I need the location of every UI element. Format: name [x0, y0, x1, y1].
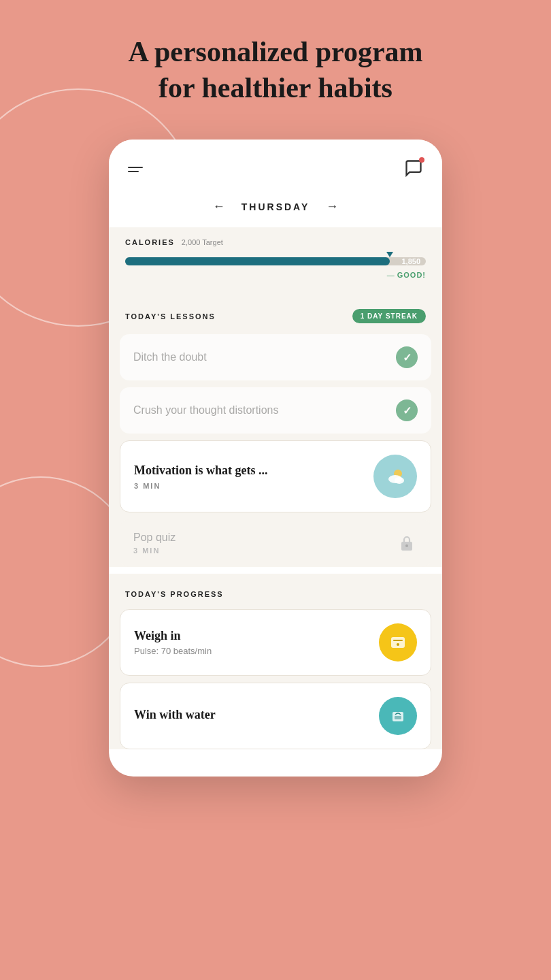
- lesson-1-check-icon: [396, 346, 418, 368]
- lock-icon: [396, 532, 418, 554]
- app-header: [109, 140, 442, 191]
- calories-good-label: GOOD!: [397, 271, 426, 279]
- menu-button[interactable]: [128, 167, 143, 172]
- svg-rect-6: [393, 640, 403, 641]
- progress-title: TODAY'S PROGRESS: [125, 590, 224, 598]
- lesson-3-icon: [373, 455, 417, 498]
- lesson-3-text-wrap: Motivation is what gets ... 3 MIN: [134, 463, 268, 490]
- svg-point-4: [405, 544, 408, 547]
- lessons-title: TODAY'S LESSONS: [125, 312, 216, 321]
- chat-button[interactable]: [404, 159, 423, 180]
- page-title-line2: for healthier habits: [158, 72, 393, 103]
- progress-2-title: Win with water: [134, 708, 216, 722]
- lesson-4-title: Pop quiz: [133, 532, 176, 544]
- progress-section: TODAY'S PROGRESS Weigh in Pulse: 70 beat…: [109, 574, 442, 749]
- lessons-section: TODAY'S LESSONS 1 DAY STREAK Ditch the d…: [109, 293, 442, 567]
- notification-dot: [419, 157, 424, 163]
- calories-status: — GOOD!: [125, 271, 426, 279]
- calories-section: CALORIES 2,000 Target 1,850 — GOOD!: [109, 227, 442, 293]
- calories-label: CALORIES: [125, 238, 175, 246]
- weigh-in-icon: [379, 623, 417, 662]
- phone-shell: ← THURSDAY → CALORIES 2,000 Target 1,850…: [109, 140, 442, 777]
- calories-value: 1,850: [401, 257, 420, 265]
- svg-point-2: [395, 477, 404, 484]
- lesson-item-1[interactable]: Ditch the doubt: [120, 334, 431, 380]
- svg-rect-9: [395, 716, 401, 719]
- calories-marker: [386, 252, 393, 257]
- progress-2-text: Win with water: [134, 708, 216, 725]
- svg-point-7: [397, 643, 399, 646]
- progress-1-title: Weigh in: [134, 629, 212, 643]
- lesson-item-3[interactable]: Motivation is what gets ... 3 MIN: [120, 440, 431, 512]
- svg-rect-5: [391, 637, 405, 648]
- lesson-item-2[interactable]: Crush your thought distortions: [120, 387, 431, 434]
- lesson-3-duration: 3 MIN: [134, 482, 268, 490]
- current-day-label: THURSDAY: [241, 201, 310, 212]
- calories-bar-container: 1,850: [125, 255, 426, 268]
- progress-1-subtitle: Pulse: 70 beats/min: [134, 646, 212, 656]
- progress-1-text: Weigh in Pulse: 70 beats/min: [134, 629, 212, 656]
- prev-day-button[interactable]: ←: [210, 197, 228, 216]
- lesson-4-text-wrap: Pop quiz 3 MIN: [133, 532, 176, 555]
- progress-header: TODAY'S PROGRESS: [109, 587, 442, 609]
- calories-bar-fill: [125, 257, 390, 265]
- progress-item-2[interactable]: Win with water: [120, 683, 431, 749]
- water-icon: [379, 697, 417, 735]
- hamburger-line-2: [128, 171, 139, 172]
- page-title-line1: A personalized program: [128, 36, 422, 67]
- lesson-2-check-icon: [396, 399, 418, 421]
- lesson-3-title: Motivation is what gets ...: [134, 463, 268, 478]
- lesson-item-1-title: Ditch the doubt: [133, 351, 207, 363]
- progress-item-1[interactable]: Weigh in Pulse: 70 beats/min: [120, 609, 431, 676]
- page-title: A personalized program for healthier hab…: [54, 34, 497, 105]
- lesson-4-duration: 3 MIN: [133, 546, 176, 555]
- streak-badge[interactable]: 1 DAY STREAK: [352, 309, 426, 323]
- lessons-header: TODAY'S LESSONS 1 DAY STREAK: [109, 309, 442, 334]
- hamburger-line-1: [128, 167, 143, 168]
- calories-target: 2,000 Target: [182, 238, 223, 246]
- lesson-item-2-title: Crush your thought distortions: [133, 404, 278, 416]
- calories-header: CALORIES 2,000 Target: [125, 238, 426, 246]
- lesson-item-4[interactable]: Pop quiz 3 MIN: [120, 519, 431, 567]
- next-day-button[interactable]: →: [323, 197, 341, 216]
- page-header: A personalized program for healthier hab…: [0, 0, 551, 126]
- day-navigation: ← THURSDAY →: [109, 191, 442, 227]
